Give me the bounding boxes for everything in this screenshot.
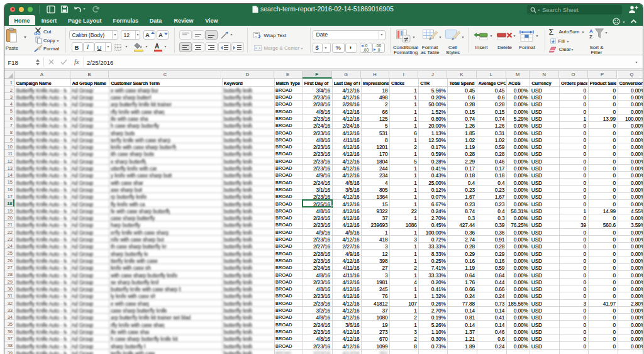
svg-text:Z: Z <box>589 33 592 38</box>
